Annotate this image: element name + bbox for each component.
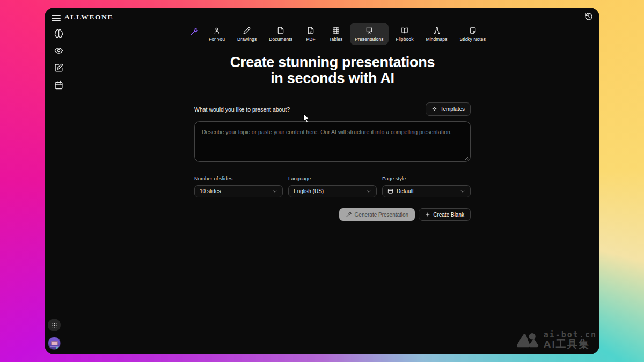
table-grid-icon [332, 27, 340, 34]
chevron-down-icon [366, 189, 371, 194]
calendar-icon[interactable] [54, 80, 63, 90]
mindmap-nodes-icon [433, 27, 441, 34]
app-logo: ALLWEONE [64, 13, 113, 21]
tab-label: Mindmaps [426, 36, 448, 42]
layout-icon [387, 188, 393, 194]
document-icon [277, 27, 284, 34]
history-clock-icon[interactable] [584, 12, 593, 21]
slides-count-label: Number of slides [194, 175, 283, 181]
slides-count-select[interactable]: 10 slides [194, 185, 283, 197]
person-icon [213, 27, 221, 34]
tab-documents[interactable]: Documents [264, 23, 297, 45]
plus-icon [425, 212, 430, 217]
watermark-cjk: AI工具集 [544, 339, 597, 350]
page-style-select[interactable]: Default [382, 185, 471, 197]
tab-label: Presentations [355, 36, 383, 42]
tab-label: Drawings [237, 36, 257, 42]
page-title-line1: Create stunning presentations [194, 54, 471, 70]
apps-grid-button[interactable] [48, 319, 61, 331]
page-style-label: Page style [382, 175, 471, 181]
sparkles-icon [431, 106, 437, 112]
magic-wand-icon[interactable] [187, 23, 201, 41]
create-blank-button[interactable]: Create Blank [419, 208, 471, 221]
eye-icon[interactable] [54, 46, 63, 55]
avatar-pixel-art [51, 341, 58, 345]
generate-button-label: Generate Presentation [355, 212, 409, 218]
tab-label: Documents [269, 36, 292, 42]
generate-presentation-button[interactable]: Generate Presentation [339, 208, 415, 221]
tab-sticky-notes[interactable]: Sticky Notes [455, 23, 491, 45]
hamburger-menu-icon[interactable] [52, 13, 61, 23]
watermark-domain: ai-bot.cn [544, 330, 597, 339]
resize-handle[interactable] [465, 156, 469, 160]
tab-label: Tables [329, 36, 342, 42]
pencil-icon [243, 27, 251, 34]
tab-label: Sticky Notes [460, 36, 486, 42]
mouse-cursor [303, 114, 311, 123]
presentation-screen-icon [365, 27, 373, 34]
create-blank-label: Create Blank [433, 212, 464, 218]
tab-tables[interactable]: Tables [324, 23, 347, 45]
chevron-down-icon [272, 189, 277, 194]
chevron-down-icon [460, 189, 465, 194]
top-nav-tabs: For You Drawings Documents [45, 23, 599, 45]
tab-for-you[interactable]: For You [204, 23, 230, 45]
templates-button[interactable]: Templates [426, 102, 471, 116]
app-window: ALLWEONE [45, 8, 599, 354]
tab-drawings[interactable]: Drawings [232, 23, 261, 45]
tab-mindmaps[interactable]: Mindmaps [421, 23, 452, 45]
open-book-icon [401, 27, 408, 34]
page-style-value: Default [397, 188, 414, 194]
tab-presentations[interactable]: Presentations [350, 23, 388, 45]
page-title: Create stunning presentations in seconds… [194, 54, 471, 86]
wand-icon [346, 212, 352, 218]
slides-count-value: 10 slides [200, 188, 221, 194]
presentation-form: What would you like to present about? Te… [194, 102, 471, 221]
tab-label: For You [209, 36, 225, 42]
tab-label: PDF [306, 36, 315, 42]
templates-button-label: Templates [440, 106, 465, 112]
tab-flipbook[interactable]: Flipbook [391, 23, 419, 45]
page-background: ALLWEONE [0, 0, 644, 362]
apps-grid-icon [52, 322, 57, 328]
watermark: ai-bot.cn AI工具集 [516, 330, 597, 350]
sticky-note-icon [469, 27, 477, 34]
page-title-line2: in seconds with AI [194, 70, 471, 86]
user-avatar[interactable] [48, 337, 61, 350]
prompt-label: What would you like to present about? [194, 106, 290, 113]
language-value: English (US) [294, 188, 324, 194]
tab-label: Flipbook [396, 36, 414, 42]
tab-pdf[interactable]: PDF [300, 23, 321, 45]
pdf-file-icon [307, 27, 314, 34]
language-select[interactable]: English (US) [288, 185, 377, 197]
topic-textarea[interactable] [194, 121, 471, 162]
edit-note-icon[interactable] [54, 63, 63, 72]
paw-logo-icon [516, 331, 539, 349]
language-label: Language [288, 175, 377, 181]
